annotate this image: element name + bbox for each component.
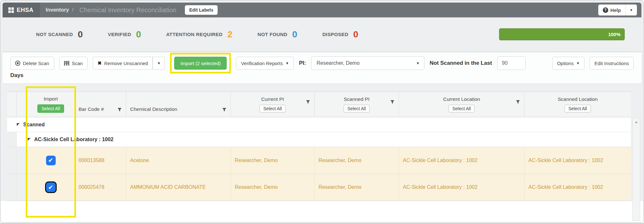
group-indent — [7, 132, 17, 147]
app-window: EHSA Inventory / Chemical Inventory Reco… — [0, 0, 644, 223]
delete-scan-button[interactable]: Delete Scan — [10, 57, 54, 70]
filter-icon[interactable] — [516, 100, 520, 104]
stat-label: ATTENTION REQUIRED — [166, 32, 223, 37]
remove-unscanned-split-button: ✖ Remove Unscanned ▼ — [93, 57, 165, 70]
stat-not-found: NOT FOUND 0 — [258, 29, 297, 40]
stat-label: NOT FOUND — [258, 32, 288, 37]
barcode-icon — [64, 61, 69, 66]
help-dropdown-toggle[interactable]: ▼ — [625, 5, 637, 15]
breadcrumb-separator: / — [72, 7, 73, 13]
cell-current-pi: Researcher, Demo — [231, 147, 315, 174]
expander-column-header — [17, 92, 27, 117]
help-button-group: ? Help ▼ — [598, 5, 637, 15]
stat-label: NOT SCANNED — [36, 32, 73, 37]
filter-icon[interactable] — [117, 108, 122, 112]
reconciliation-grid: Import Select All Bar Code # Chemical De… — [7, 92, 631, 201]
page-title: Chemical Inventory Reconciliation — [79, 6, 176, 14]
table-row: ✔ 000025478 AMMONIUM ACID CARBONATE Rese… — [7, 174, 631, 201]
stat-value: 2 — [227, 29, 232, 40]
stat-not-scanned: NOT SCANNED 0 — [36, 29, 83, 40]
scanned-location-select-all-button[interactable]: Select All — [564, 105, 591, 112]
group-label: Scanned — [23, 122, 45, 128]
stat-label: DISPOSED — [322, 32, 348, 37]
cell-import: ✔ — [27, 147, 75, 174]
grid-header-row: Import Select All Bar Code # Chemical De… — [7, 92, 631, 117]
options-button[interactable]: Options ▼ — [552, 57, 585, 70]
scan-button[interactable]: Scan — [59, 57, 88, 70]
help-button[interactable]: ? Help — [598, 7, 626, 13]
filter-icon[interactable] — [306, 100, 310, 104]
column-header-scanned-location: Scanned Location Select All — [525, 92, 631, 117]
column-header-current-location: Current Location Select All — [399, 92, 525, 117]
remove-unscanned-dropdown-toggle[interactable]: ▼ — [153, 57, 165, 70]
cell-chemical: Acetone — [126, 147, 231, 174]
current-pi-select-all-button[interactable]: Select All — [260, 105, 286, 112]
filter-icon[interactable] — [222, 108, 227, 112]
edit-instructions-button[interactable]: Edit Instructions — [590, 57, 634, 70]
cell-scanned-location: AC-Sickle Cell Laboratory : 1002 — [525, 147, 631, 174]
column-header-current-pi: Current PI Select All — [231, 92, 315, 117]
help-label: Help — [611, 7, 621, 13]
grid-icon — [8, 7, 14, 13]
column-header-barcode: Bar Code # — [75, 92, 126, 117]
import-select-all-button[interactable]: Select All — [37, 104, 64, 113]
group-row-scanned: Scanned — [7, 117, 631, 132]
status-band: NOT SCANNED 0 VERIFIED 0 ATTENTION REQUI… — [3, 17, 641, 52]
stat-label: VERIFIED — [108, 32, 131, 37]
breadcrumb-inventory[interactable]: Inventory — [46, 7, 69, 13]
grid-empty-area — [1, 201, 643, 222]
pi-selected-value: Researcher, Demo — [317, 60, 416, 66]
stat-value: 0 — [292, 29, 298, 40]
not-scanned-in-last-label: Not Scanned in the Last — [430, 60, 492, 66]
import-button[interactable]: Import (2 selected) — [174, 57, 227, 70]
stat-value: 0 — [136, 29, 141, 40]
verification-reports-button[interactable]: Verification Reports ▼ — [236, 57, 294, 70]
scroll-up-icon[interactable]: ▲ — [633, 118, 640, 126]
filter-icon[interactable] — [390, 100, 395, 104]
group-row-lab: AC-Sickle Cell Laboratory : 1002 — [7, 132, 631, 147]
import-checkbox[interactable]: ✔ — [46, 182, 56, 192]
column-header-chemical-description: Chemical Description — [126, 92, 231, 117]
current-location-select-all-button[interactable]: Select All — [449, 105, 475, 112]
cell-import: ✔ — [27, 174, 75, 201]
brand-name: EHSA — [17, 7, 33, 14]
top-bar: EHSA Inventory / Chemical Inventory Reco… — [3, 3, 641, 17]
collapse-triangle-icon[interactable] — [28, 138, 31, 141]
cell-current-pi: Researcher, Demo — [231, 174, 315, 201]
cell-barcode: 000025478 — [75, 174, 126, 201]
import-checkbox[interactable]: ✔ — [46, 156, 56, 165]
vertical-scrollbar[interactable]: ▲ — [632, 118, 640, 221]
cell-scanned-pi: Researcher, Demo — [315, 174, 399, 201]
chevron-down-icon: ▼ — [286, 61, 289, 65]
table-row: ✔ 000013588 Acetone Researcher, Demo Res… — [7, 147, 631, 174]
stat-verified: VERIFIED 0 — [108, 29, 141, 40]
cell-scanned-location: AC-Sickle Cell Laboratory : 1002 — [525, 174, 631, 201]
expander-column-header — [7, 92, 17, 117]
scan-progress-bar: 100% — [499, 28, 625, 40]
cell-barcode: 000013588 — [75, 147, 126, 174]
cell-chemical: AMMONIUM ACID CARBONATE — [126, 174, 231, 201]
cell-current-location: AC-Sickle Cell Laboratory : 1002 — [399, 147, 525, 174]
cell-scanned-pi: Researcher, Demo — [315, 147, 399, 174]
import-button-highlight: Import (2 selected) — [170, 53, 231, 73]
chevron-down-icon: ▼ — [576, 61, 580, 65]
pi-select[interactable]: Researcher, Demo ▼ — [311, 56, 424, 70]
x-icon: ✖ — [98, 60, 102, 66]
pi-label: PI: — [299, 60, 306, 66]
help-icon: ? — [603, 7, 608, 13]
subgroup-label: AC-Sickle Cell Laboratory : 1002 — [34, 137, 113, 142]
edit-labels-button[interactable]: Edit Labels — [185, 5, 218, 15]
scanned-pi-select-all-button[interactable]: Select All — [344, 105, 370, 112]
collapse-triangle-icon[interactable] — [17, 123, 20, 126]
stat-attention-required: ATTENTION REQUIRED 2 — [166, 29, 232, 40]
remove-unscanned-button[interactable]: ✖ Remove Unscanned — [93, 57, 153, 70]
column-header-scanned-pi: Scanned PI Select All — [315, 92, 399, 117]
toolbar: Delete Scan Scan ✖ Remove Unscanned ▼ Im… — [3, 53, 641, 84]
app-logo[interactable]: EHSA — [3, 3, 40, 17]
delete-scan-icon — [15, 61, 20, 66]
stat-disposed: DISPOSED 0 — [322, 29, 358, 40]
stat-value: 0 — [353, 29, 358, 40]
days-input[interactable] — [497, 56, 526, 70]
column-header-import: Import Select All — [27, 92, 75, 117]
chevron-down-icon: ▼ — [416, 61, 420, 65]
